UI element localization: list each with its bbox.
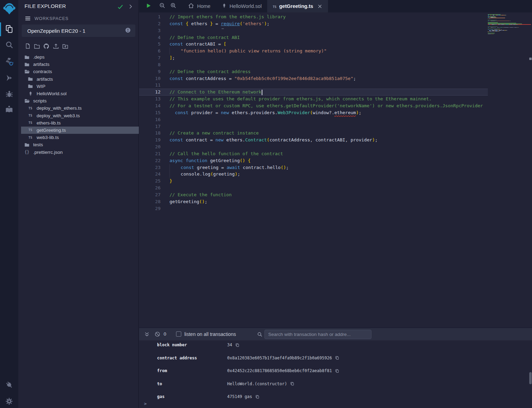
line-number[interactable]: 4 [139,34,161,41]
panel-collapse-icon[interactable] [127,3,134,11]
terminal-collapse-icon[interactable] [144,331,150,339]
listen-transactions-checkbox[interactable] [176,331,181,337]
tree-item-getGreeting.ts[interactable]: TSgetGreeting.ts [21,127,139,134]
line-number[interactable]: 17 [139,123,161,130]
tab-getGreeting.ts[interactable]: TSgetGreeting.ts [267,0,328,12]
code-line-15: 15 const provider = new ethers.providers… [139,109,488,116]
listen-transactions-label: listen on all transactions [184,331,236,337]
tab-HelloWorld.sol[interactable]: HelloWorld.sol [216,0,267,12]
tree-item-tests[interactable]: tests [21,141,139,148]
upload-file-button[interactable] [52,43,59,50]
line-number[interactable]: 16 [139,116,161,123]
workspaces-menu-icon[interactable] [24,15,31,23]
activity-solidity-compiler[interactable] [0,55,18,70]
tree-item-scripts[interactable]: scripts [21,97,139,105]
copy-icon[interactable] [335,356,339,360]
clear-console-icon[interactable] [154,331,161,339]
tree-item-HelloWorld.sol[interactable]: HelloWorld.sol [21,90,139,97]
folder-icon [27,76,33,82]
workspace-select[interactable]: OpenZeppelin ERC20 - 1 [22,24,135,37]
line-number[interactable]: 7 [139,54,161,61]
line-number[interactable]: 14 [139,102,161,109]
tree-item-.prettierrc.json[interactable]: {}.prettierrc.json [21,148,139,156]
zoom-out-icon [159,2,166,10]
terminal-row-label: gas [157,394,165,399]
terminal-scrollbar[interactable] [529,372,532,384]
line-number[interactable]: 28 [139,198,161,205]
zoom-in-button[interactable] [170,0,177,12]
tree-item-artifacts[interactable]: artifacts [21,76,139,83]
tree-item-ethers-lib.ts[interactable]: TSethers-lib.ts [21,119,139,127]
tree-item-artifacts[interactable]: artifacts [21,61,139,68]
upload-folder-button[interactable] [62,43,69,50]
copy-icon[interactable] [235,343,240,347]
line-number[interactable]: 19 [139,137,161,143]
terminal-prompt[interactable]: > [144,401,147,406]
create-new-folder-button[interactable] [33,43,40,50]
publish-to-gist-button[interactable] [43,43,50,50]
line-number[interactable]: 25 [139,178,161,185]
code-line-content [161,185,170,191]
run-script-button[interactable] [146,0,152,12]
activity-plugin-manager[interactable] [0,378,18,392]
line-number[interactable]: 22 [139,157,161,164]
line-number[interactable]: 1 [139,13,161,20]
line-number[interactable]: 20 [139,143,161,150]
copy-icon[interactable] [255,395,260,399]
folder-icon [24,62,30,67]
code-line-5: 5const contractABI = [ [139,41,488,48]
terminal-row-label: to [157,381,162,386]
line-number[interactable]: 6 [139,48,161,54]
line-number[interactable]: 26 [139,185,161,191]
copy-icon[interactable] [335,369,339,373]
tree-item-web3-lib.ts[interactable]: TSweb3-lib.ts [21,134,139,141]
terminal-search-input[interactable] [264,330,371,339]
line-number[interactable]: 2 [139,20,161,27]
tree-item-label: deploy_with_ethers.ts [37,106,82,111]
line-number[interactable]: 29 [139,205,161,212]
minimap[interactable] [488,14,531,49]
code-line-25: 25} [139,178,488,185]
line-number[interactable]: 18 [139,130,161,137]
tree-item-label: artifacts [37,77,53,82]
line-number[interactable]: 15 [139,109,161,116]
tree-item-WIP[interactable]: WIP [21,83,139,90]
close-tab-icon[interactable] [317,4,322,9]
zoom-out-button[interactable] [159,0,166,12]
line-number[interactable]: 23 [139,164,161,171]
line-number[interactable]: 27 [139,191,161,198]
line-number[interactable]: 10 [139,75,161,82]
tree-item-deploy_with_web3.ts[interactable]: TSdeploy_with_web3.ts [21,112,139,119]
copy-icon[interactable] [290,381,294,386]
line-number[interactable]: 13 [139,96,161,102]
activity-settings[interactable] [0,395,18,408]
activity-file-explorer[interactable] [0,22,18,37]
activity-deploy-and-run[interactable] [0,71,18,86]
workspace-ok-icon[interactable] [117,3,124,11]
activity-search[interactable] [0,38,18,53]
line-number[interactable]: 5 [139,41,161,48]
line-number[interactable]: 3 [139,27,161,34]
tree-item-.deps[interactable]: .deps [21,53,139,61]
activity-remix-guide[interactable] [0,103,18,117]
editor-scrollbar[interactable] [529,58,532,60]
line-number[interactable]: 12 [139,89,161,96]
line-number[interactable]: 8 [139,61,161,68]
code-line-content [161,116,170,123]
tree-item-deploy_with_ethers.ts[interactable]: TSdeploy_with_ethers.ts [21,105,139,112]
tree-item-contracts[interactable]: contracts [21,68,139,75]
book-icon [4,105,14,116]
terminal-row-contract-address: contract address0x8a120383e6057b1f3aef4f… [139,355,532,361]
line-number[interactable]: 24 [139,171,161,178]
code-editor[interactable]: 1// Import ethers from the ethers.js lib… [139,12,532,328]
activity-debugger[interactable] [0,88,18,102]
line-number[interactable]: 11 [139,82,161,89]
terminal-value-text: 475149 gas [227,394,252,399]
line-number[interactable]: 21 [139,150,161,157]
code-line-content: // Define the contract ABI [161,34,240,41]
tab-Home[interactable]: Home [182,0,216,12]
create-new-file-button[interactable] [25,43,31,50]
tree-item-label: web3-lib.ts [37,135,59,140]
terminal-row-value: 34 [227,342,240,347]
line-number[interactable]: 9 [139,68,161,75]
